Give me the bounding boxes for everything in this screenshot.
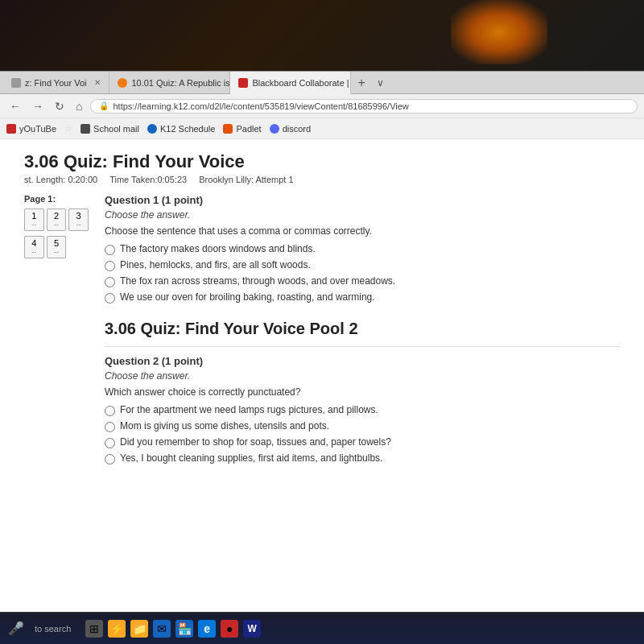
mic-icon: 🎤 bbox=[8, 621, 24, 636]
tab-find-your-voice[interactable]: z: Find Your Voi ✕ bbox=[3, 72, 109, 93]
bookmark-divider1: ☆ bbox=[64, 123, 72, 134]
discord-icon bbox=[270, 124, 279, 134]
taskbar-icon-app1[interactable]: ● bbox=[221, 620, 238, 638]
q1-option-1-label: The factory makes doors windows and blin… bbox=[120, 243, 316, 254]
q2-option-2-label: Mom is giving us some dishes, utensils a… bbox=[120, 420, 329, 431]
bookmark-discord[interactable]: discord bbox=[270, 124, 311, 134]
url-text: https://learning.k12.com/d2l/le/content/… bbox=[113, 101, 408, 111]
background-top bbox=[0, 0, 644, 72]
q1-radio-3[interactable] bbox=[105, 277, 115, 287]
schoolmail-icon bbox=[80, 124, 90, 134]
taskbar-icon-edge[interactable]: e bbox=[198, 620, 216, 638]
divider bbox=[105, 346, 620, 347]
tab1-close[interactable]: ✕ bbox=[94, 78, 101, 87]
quiz-title: 3.06 Quiz: Find Your Voice bbox=[24, 151, 620, 172]
forward-button[interactable]: → bbox=[29, 98, 47, 114]
address-bar: ← → ↻ ⌂ 🔒 https://learning.k12.com/d2l/l… bbox=[0, 94, 644, 118]
q2-option-2[interactable]: Mom is giving us some dishes, utensils a… bbox=[105, 420, 620, 432]
page-nav-grid: 1 -- 2 -- 3 -- bbox=[24, 208, 89, 231]
taskbar-icon-store[interactable]: 🏪 bbox=[175, 620, 193, 638]
q1-option-2[interactable]: Pines, hemlocks, and firs, are all soft … bbox=[105, 259, 620, 271]
q2-option-4[interactable]: Yes, I bought cleaning supplies, first a… bbox=[105, 452, 620, 464]
padlet-icon bbox=[223, 124, 233, 134]
taskbar-icon-windows[interactable]: ⊞ bbox=[85, 620, 103, 638]
q1-option-4-label: We use our oven for broiling baking, roa… bbox=[120, 291, 375, 303]
youtube-icon bbox=[6, 124, 16, 134]
q1-radio-2[interactable] bbox=[105, 261, 115, 271]
bookmark-padlet-label: Padlet bbox=[236, 124, 261, 134]
browser-window: z: Find Your Voi ✕ 10.01 Quiz: A Republi… bbox=[0, 71, 644, 644]
back-button[interactable]: ← bbox=[6, 98, 24, 114]
taskbar-icon-folder[interactable]: 📁 bbox=[130, 620, 148, 638]
q1-option-4[interactable]: We use our oven for broiling baking, roa… bbox=[105, 291, 620, 303]
new-tab-button[interactable]: + bbox=[351, 72, 371, 93]
page-content: 3.06 Quiz: Find Your Voice st. Length: 0… bbox=[0, 139, 644, 644]
orange-light-effect bbox=[451, 0, 547, 64]
quiz-layout: Page 1: 1 -- 2 -- 3 -- bbox=[24, 194, 620, 481]
page-nav-label: Page 1: bbox=[24, 194, 89, 204]
q2-radio-4[interactable] bbox=[105, 454, 115, 464]
tab-quiz-republic[interactable]: 10.01 Quiz: A Republic is Bc bbox=[109, 72, 230, 93]
url-bar[interactable]: 🔒 https://learning.k12.com/d2l/le/conten… bbox=[90, 99, 638, 114]
page-nav-btn-1[interactable]: 1 -- bbox=[24, 208, 44, 231]
tab1-label: z: Find Your Voi bbox=[25, 78, 86, 88]
q2-option-1-label: For the apartment we need lamps rugs pic… bbox=[120, 404, 378, 415]
q2-option-3-label: Did you remember to shop for soap, tissu… bbox=[120, 436, 391, 448]
q1-radio-4[interactable] bbox=[105, 293, 115, 303]
bookmark-k12-label: K12 Schedule bbox=[160, 124, 216, 134]
q2-radio-2[interactable] bbox=[105, 422, 115, 432]
quiz-time-taken: Time Taken:0:05:23 bbox=[109, 175, 187, 184]
bookmark-discord-label: discord bbox=[283, 124, 311, 134]
q1-option-1[interactable]: The factory makes doors windows and blin… bbox=[105, 243, 620, 255]
page-nav-grid-row2: 4 -- 5 -- bbox=[24, 236, 89, 258]
bookmarks-bar: yOuTuBe ☆ School mail K12 Schedule Padle… bbox=[0, 118, 644, 139]
q2-radio-1[interactable] bbox=[105, 406, 115, 416]
bookmark-youtube[interactable]: yOuTuBe bbox=[6, 124, 56, 134]
page-nav-btn-2[interactable]: 2 -- bbox=[47, 208, 67, 231]
bookmark-schoolmail-label: School mail bbox=[93, 124, 139, 134]
pool2-title: 3.06 Quiz: Find Your Voice Pool 2 bbox=[105, 320, 620, 338]
taskbar-icon-mail[interactable]: ✉ bbox=[153, 620, 171, 638]
q2-text: Which answer choice is correctly punctua… bbox=[105, 386, 620, 398]
q2-radio-3[interactable] bbox=[105, 438, 115, 448]
q2-option-4-label: Yes, I bought cleaning supplies, first a… bbox=[120, 452, 382, 464]
refresh-button[interactable]: ↻ bbox=[52, 98, 68, 114]
q2-header: Question 2 (1 point) bbox=[105, 355, 620, 367]
tab2-icon bbox=[118, 78, 127, 88]
tab-blackboard[interactable]: Blackboard Collaborate | La bbox=[230, 72, 351, 94]
tab1-icon bbox=[11, 78, 21, 88]
q2-option-3[interactable]: Did you remember to shop for soap, tissu… bbox=[105, 436, 620, 448]
taskbar-search-label[interactable]: to search bbox=[35, 624, 71, 634]
bookmark-youtube-label: yOuTuBe bbox=[19, 124, 56, 134]
quiz-student: Brooklyn Lilly: Attempt 1 bbox=[199, 175, 293, 184]
home-button[interactable]: ⌂ bbox=[72, 98, 85, 114]
bookmark-k12schedule[interactable]: K12 Schedule bbox=[147, 124, 216, 134]
tab3-label: Blackboard Collaborate | La bbox=[252, 78, 351, 88]
bookmark-schoolmail[interactable]: School mail bbox=[80, 124, 139, 134]
tab3-icon bbox=[238, 78, 248, 88]
taskbar: 🎤 to search ⊞ ⚡ 📁 ✉ 🏪 e ● W bbox=[0, 612, 644, 644]
bookmark-padlet[interactable]: Padlet bbox=[223, 124, 261, 134]
quiz-length: st. Length: 0:20:00 bbox=[24, 175, 97, 184]
q1-header: Question 1 (1 point) bbox=[105, 194, 620, 206]
q1-radio-1[interactable] bbox=[105, 245, 115, 255]
taskbar-icon-word[interactable]: W bbox=[243, 620, 261, 638]
taskbar-icon-flash[interactable]: ⚡ bbox=[108, 620, 126, 638]
q1-option-3-label: The fox ran across streams, through wood… bbox=[120, 275, 395, 287]
taskbar-icons: ⊞ ⚡ 📁 ✉ 🏪 e ● W bbox=[85, 620, 261, 638]
q1-option-3[interactable]: The fox ran across streams, through wood… bbox=[105, 275, 620, 287]
page-nav-btn-4[interactable]: 4 -- bbox=[24, 236, 44, 258]
page-nav-btn-3[interactable]: 3 -- bbox=[68, 208, 89, 231]
page-nav-btn-5[interactable]: 5 -- bbox=[47, 236, 67, 258]
q1-option-2-label: Pines, hemlocks, and firs, are all soft … bbox=[120, 259, 311, 270]
lock-icon: 🔒 bbox=[99, 101, 109, 110]
questions-area: Question 1 (1 point) Choose the answer. … bbox=[105, 194, 620, 481]
q2-option-1[interactable]: For the apartment we need lamps rugs pic… bbox=[105, 404, 620, 416]
q2-instruction: Choose the answer. bbox=[105, 370, 620, 382]
tab-bar: z: Find Your Voi ✕ 10.01 Quiz: A Republi… bbox=[0, 72, 644, 94]
quiz-meta: st. Length: 0:20:00 Time Taken:0:05:23 B… bbox=[24, 175, 620, 184]
q1-instruction: Choose the answer. bbox=[105, 209, 620, 221]
page-navigation: Page 1: 1 -- 2 -- 3 -- bbox=[24, 194, 89, 481]
q1-text: Choose the sentence that uses a comma or… bbox=[105, 225, 620, 237]
tab-arrow[interactable]: ∨ bbox=[372, 72, 389, 93]
